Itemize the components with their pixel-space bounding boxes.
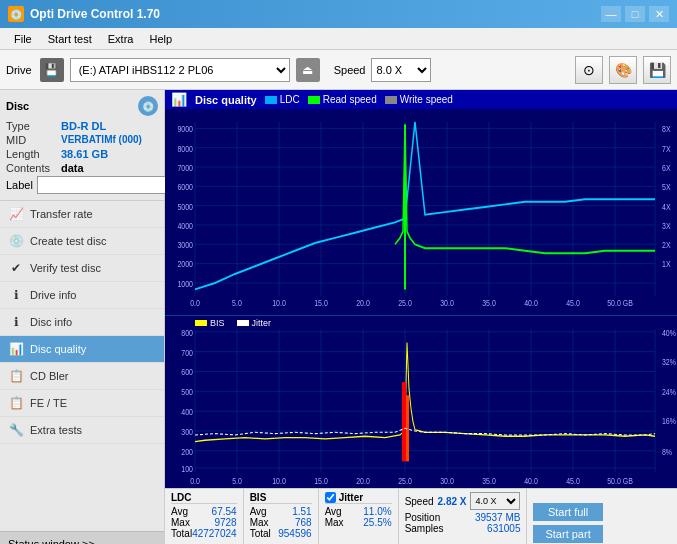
- svg-text:9000: 9000: [177, 124, 193, 134]
- svg-text:4X: 4X: [662, 202, 671, 212]
- create-test-disc-icon: 💿: [8, 233, 24, 249]
- start-part-button[interactable]: Start part: [533, 525, 602, 543]
- svg-text:8000: 8000: [177, 144, 193, 154]
- disc-length-label: Length: [6, 148, 61, 160]
- svg-text:700: 700: [181, 348, 193, 358]
- svg-text:500: 500: [181, 388, 193, 398]
- position-label: Position: [405, 512, 441, 523]
- svg-text:800: 800: [181, 328, 193, 338]
- bis-avg-value: 1.51: [292, 506, 311, 517]
- drive-info-icon: ℹ: [8, 287, 24, 303]
- bottom-chart-svg: 800 700 600 500 400 300 200 100 40% 32% …: [165, 316, 677, 488]
- svg-text:3000: 3000: [177, 240, 193, 250]
- svg-text:200: 200: [181, 447, 193, 457]
- menu-extra[interactable]: Extra: [100, 31, 142, 47]
- ldc-avg-value: 67.54: [212, 506, 237, 517]
- speed-position-stats: Speed 2.82 X 4.0 X Position39537 MB Samp…: [399, 489, 528, 544]
- nav-verify-test-disc[interactable]: ✔ Verify test disc: [0, 255, 164, 282]
- drive-select[interactable]: (E:) ATAPI iHBS112 2 PL06: [70, 58, 290, 82]
- svg-text:25.0: 25.0: [398, 298, 412, 308]
- write-speed-legend-label: Write speed: [400, 94, 453, 105]
- svg-text:5.0: 5.0: [232, 298, 242, 308]
- speed-stats-select[interactable]: 4.0 X: [470, 492, 520, 510]
- disc-panel-icon: 💿: [138, 96, 158, 116]
- disc-contents-value: data: [61, 162, 84, 174]
- samples-label: Samples: [405, 523, 444, 534]
- bis-max-label: Max: [250, 517, 269, 528]
- bis-max-value: 768: [295, 517, 312, 528]
- minimize-button[interactable]: —: [601, 6, 621, 22]
- ldc-legend-color: [265, 96, 277, 104]
- disc-length-value: 38.61 GB: [61, 148, 108, 160]
- app-title: Opti Drive Control 1.70: [30, 7, 601, 21]
- nav-create-test-disc-label: Create test disc: [30, 235, 106, 247]
- svg-text:10.0: 10.0: [272, 298, 286, 308]
- svg-text:1X: 1X: [662, 260, 671, 270]
- ldc-max-label: Max: [171, 517, 190, 528]
- toolbar: Drive 💾 (E:) ATAPI iHBS112 2 PL06 ⏏ Spee…: [0, 50, 677, 90]
- toolbar-btn-3[interactable]: 💾: [643, 56, 671, 84]
- title-bar: 💿 Opti Drive Control 1.70 — □ ✕: [0, 0, 677, 28]
- jitter-checkbox[interactable]: [325, 492, 336, 503]
- svg-text:7X: 7X: [662, 144, 671, 154]
- toolbar-btn-1[interactable]: ⊙: [575, 56, 603, 84]
- sidebar: Disc 💿 Type BD-R DL MID VERBATIMf (000) …: [0, 90, 165, 544]
- svg-text:30.0: 30.0: [440, 298, 454, 308]
- ldc-max-value: 9728: [214, 517, 236, 528]
- drive-label: Drive: [6, 64, 32, 76]
- disc-label-input[interactable]: [37, 176, 166, 194]
- svg-text:6000: 6000: [177, 182, 193, 192]
- menu-start-test[interactable]: Start test: [40, 31, 100, 47]
- close-button[interactable]: ✕: [649, 6, 669, 22]
- svg-text:40.0: 40.0: [524, 476, 538, 486]
- maximize-button[interactable]: □: [625, 6, 645, 22]
- nav-extra-tests[interactable]: 🔧 Extra tests: [0, 417, 164, 444]
- nav-fe-te[interactable]: 📋 FE / TE: [0, 390, 164, 417]
- status-window-button[interactable]: Status window >>: [0, 531, 164, 544]
- svg-text:0.0: 0.0: [190, 298, 200, 308]
- top-chart: 9000 8000 7000 6000 5000 4000 3000 2000 …: [165, 109, 677, 316]
- speed-label: Speed: [334, 64, 366, 76]
- read-speed-legend-label: Read speed: [323, 94, 377, 105]
- nav-disc-info[interactable]: ℹ Disc info: [0, 309, 164, 336]
- nav-transfer-rate-label: Transfer rate: [30, 208, 93, 220]
- nav-extra-tests-label: Extra tests: [30, 424, 82, 436]
- bis-total-value: 954596: [278, 528, 311, 539]
- nav-disc-quality[interactable]: 📊 Disc quality: [0, 336, 164, 363]
- svg-text:40.0: 40.0: [524, 298, 538, 308]
- jitter-max-value: 25.5%: [363, 517, 391, 528]
- eject-icon[interactable]: ⏏: [296, 58, 320, 82]
- speed-select[interactable]: 8.0 X: [371, 58, 431, 82]
- cd-bler-icon: 📋: [8, 368, 24, 384]
- write-speed-legend-color: [385, 96, 397, 104]
- svg-text:20.0: 20.0: [356, 298, 370, 308]
- nav-create-test-disc[interactable]: 💿 Create test disc: [0, 228, 164, 255]
- svg-text:20.0: 20.0: [356, 476, 370, 486]
- bis-legend-label: BIS: [210, 318, 225, 328]
- ldc-stats-header: LDC: [171, 492, 237, 504]
- nav-drive-info[interactable]: ℹ Drive info: [0, 282, 164, 309]
- svg-text:15.0: 15.0: [314, 298, 328, 308]
- svg-text:50.0 GB: 50.0 GB: [607, 298, 633, 308]
- jitter-legend-color: [237, 320, 249, 326]
- svg-text:4000: 4000: [177, 221, 193, 231]
- svg-text:6X: 6X: [662, 163, 671, 173]
- nav-disc-quality-label: Disc quality: [30, 343, 86, 355]
- menu-file[interactable]: File: [6, 31, 40, 47]
- window-controls: — □ ✕: [601, 6, 669, 22]
- toolbar-btn-2[interactable]: 🎨: [609, 56, 637, 84]
- nav-fe-te-label: FE / TE: [30, 397, 67, 409]
- nav-transfer-rate[interactable]: 📈 Transfer rate: [0, 201, 164, 228]
- ldc-stats: LDC Avg67.54 Max9728 Total42727024: [165, 489, 244, 544]
- app-icon: 💿: [8, 6, 24, 22]
- menu-help[interactable]: Help: [141, 31, 180, 47]
- svg-rect-96: [402, 382, 406, 461]
- start-full-button[interactable]: Start full: [533, 503, 602, 521]
- disc-type-value: BD-R DL: [61, 120, 106, 132]
- main-area: Disc 💿 Type BD-R DL MID VERBATIMf (000) …: [0, 90, 677, 544]
- svg-text:2X: 2X: [662, 240, 671, 250]
- chart-header: 📊 Disc quality LDC Read speed Write spee…: [165, 90, 677, 109]
- status-window-label: Status window >>: [8, 538, 95, 544]
- nav-cd-bler[interactable]: 📋 CD Bler: [0, 363, 164, 390]
- svg-text:30.0: 30.0: [440, 476, 454, 486]
